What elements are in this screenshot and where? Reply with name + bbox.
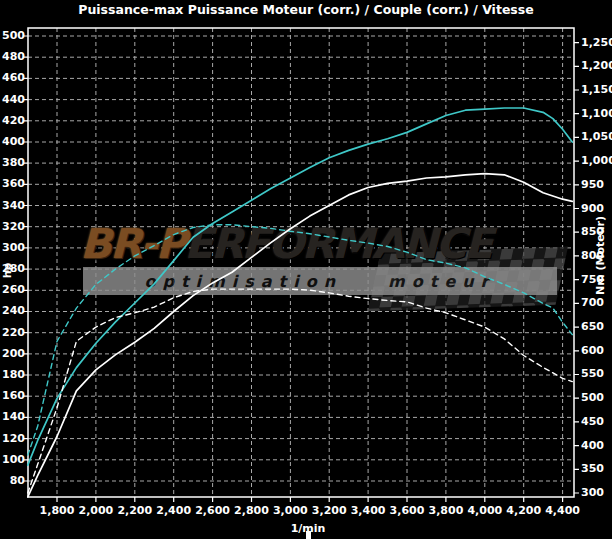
x-tick-label: 3,200 <box>307 505 351 517</box>
left-tick-label: 440 <box>0 94 25 106</box>
left-tick-label: 420 <box>0 115 25 127</box>
curve-torque-original <box>28 289 573 493</box>
right-tick-label: 300 <box>581 487 604 499</box>
x-tick-label: 2,800 <box>229 505 273 517</box>
x-tick-label: 3,600 <box>385 505 429 517</box>
left-tick-label: 460 <box>0 72 25 84</box>
left-tick-label: 80 <box>0 475 25 487</box>
left-tick-label: 400 <box>0 136 25 148</box>
brand-watermark-erformance: ERFORMANCE <box>185 220 492 268</box>
x-tick-label: 2,000 <box>74 505 118 517</box>
left-tick-label: 220 <box>0 327 25 339</box>
watermark-tagline-word2: moteur <box>388 272 495 291</box>
brand-watermark: BR-PERFORMANCE <box>80 222 580 269</box>
watermark-tagline-word1: optimisation <box>144 272 342 291</box>
cursor-artifact <box>306 531 311 539</box>
right-tick-label: 500 <box>581 392 604 404</box>
right-tick-label: 1,000 <box>581 155 612 167</box>
right-tick-label: 950 <box>581 179 604 191</box>
x-tick-label: 3,800 <box>424 505 468 517</box>
left-tick-label: 180 <box>0 369 25 381</box>
x-tick-label: 4,200 <box>502 505 546 517</box>
right-tick-label: 550 <box>581 368 604 380</box>
x-tick-label: 3,000 <box>268 505 312 517</box>
left-tick-label: 160 <box>0 390 25 402</box>
x-tick-label: 3,400 <box>346 505 390 517</box>
left-tick-label: 480 <box>0 51 25 63</box>
x-tick-label: 2,400 <box>152 505 196 517</box>
left-tick-label: 240 <box>0 305 25 317</box>
left-tick-label: 340 <box>0 200 25 212</box>
dyno-chart-window: Puissance-max Puissance Moteur (corr.) /… <box>0 0 612 539</box>
brand-watermark-brp: BR-P <box>80 220 185 268</box>
x-tick-label: 2,600 <box>191 505 235 517</box>
right-tick-label: 1,100 <box>581 108 612 120</box>
left-tick-label: 300 <box>0 242 25 254</box>
right-tick-label: 650 <box>581 321 604 333</box>
right-tick-label: 1,200 <box>581 60 612 72</box>
right-tick-label: 600 <box>581 345 604 357</box>
right-axis-title: Nm (Moteur) <box>594 206 607 306</box>
left-axis-title: hp <box>1 254 14 288</box>
right-tick-label: 450 <box>581 416 604 428</box>
watermark-tagline-bar: optimisation moteur <box>83 267 557 295</box>
x-tick-label: 2,200 <box>113 505 157 517</box>
left-tick-label: 100 <box>0 454 25 466</box>
right-tick-label: 1,250 <box>581 37 612 49</box>
left-tick-label: 200 <box>0 348 25 360</box>
left-tick-label: 140 <box>0 411 25 423</box>
right-tick-label: 350 <box>581 463 604 475</box>
right-tick-label: 1,050 <box>581 131 612 143</box>
left-tick-label: 120 <box>0 433 25 445</box>
chart-title: Puissance-max Puissance Moteur (corr.) /… <box>0 2 612 17</box>
left-tick-label: 360 <box>0 178 25 190</box>
left-tick-label: 500 <box>0 30 25 42</box>
x-tick-label: 4,000 <box>463 505 507 517</box>
right-tick-label: 1,150 <box>581 84 612 96</box>
left-tick-label: 380 <box>0 157 25 169</box>
x-tick-label: 4,400 <box>541 505 585 517</box>
x-tick-label: 1,800 <box>35 505 79 517</box>
right-tick-label: 400 <box>581 440 604 452</box>
left-tick-label: 320 <box>0 221 25 233</box>
